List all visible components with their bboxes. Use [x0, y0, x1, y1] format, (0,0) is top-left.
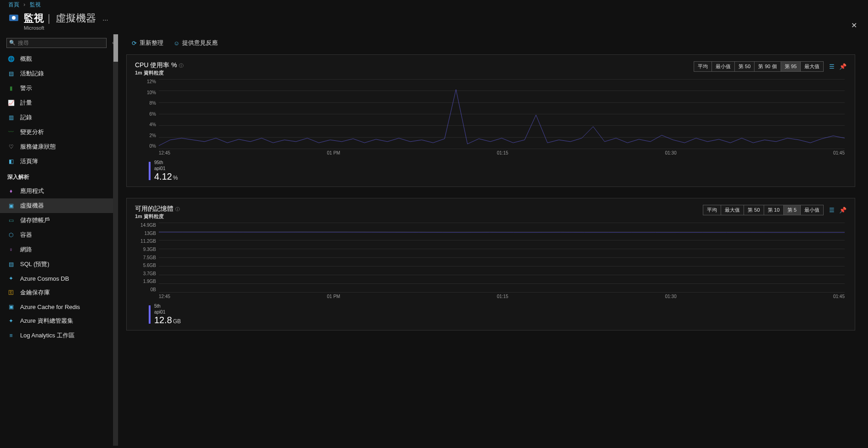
nav-icon: ▤ [7, 70, 15, 77]
refresh-label: 重新整理 [140, 39, 163, 47]
pin-icon[interactable]: 📌 [839, 63, 846, 70]
agg-btn-第 95[interactable]: 第 95 [781, 61, 801, 72]
sidebar-item-應用程式[interactable]: ♦應用程式 [0, 184, 113, 198]
refresh-button[interactable]: ⟳ 重新整理 [132, 39, 163, 47]
sidebar-item-label: 虛擬機器 [20, 202, 44, 210]
nav-icon: ▥ [7, 114, 15, 121]
breadcrumb-home[interactable]: 首頁 [8, 1, 19, 8]
nav-icon: ◧ [7, 158, 15, 165]
breadcrumb-current[interactable]: 監視 [30, 1, 41, 8]
chart-granularity-cpu: 1m 資料粒度 [135, 69, 183, 76]
toolbar: ⟳ 重新整理 ☺ 提供意見反應 [113, 34, 868, 52]
series-name-cpu: api01 [154, 166, 165, 171]
feedback-label: 提供意見反應 [182, 39, 218, 47]
x-tick: 01:30 [665, 150, 676, 157]
sidebar-item-虛擬機器[interactable]: ▣虛擬機器 [0, 198, 113, 213]
sidebar-item-Azure Cosmos DB[interactable]: ✦Azure Cosmos DB [0, 272, 113, 285]
sidebar-item-label: 計量 [20, 99, 32, 107]
agg-btn-平均[interactable]: 平均 [694, 61, 712, 72]
sidebar-item-金鑰保存庫[interactable]: ⚿金鑰保存庫 [0, 285, 113, 300]
page-title-divider: | [48, 12, 50, 24]
scrollbar-track[interactable] [113, 34, 118, 446]
chart-title-mem: 可用的記憶體ⓘ [135, 205, 180, 213]
agg-btn-第 10[interactable]: 第 10 [764, 205, 784, 215]
agg-btn-第 50[interactable]: 第 50 [744, 205, 764, 215]
series-unit-cpu: % [173, 175, 178, 181]
x-tick: 12:45 [159, 294, 170, 300]
sidebar-item-SQL (預覽)[interactable]: ▤SQL (預覽) [0, 257, 113, 272]
y-tick: 1.9GB [135, 279, 156, 284]
sidebar-item-label: 儲存體帳戶 [20, 216, 50, 224]
agg-btn-第 5[interactable]: 第 5 [783, 205, 801, 215]
chart-panel-cpu: CPU 使用率 %ⓘ 1m 資料粒度 平均最小值第 50第 90 個第 95最大… [126, 54, 855, 187]
nav-icon: ✦ [7, 275, 15, 282]
agg-btn-第 50[interactable]: 第 50 [734, 61, 755, 72]
sidebar-item-Azure Cache for Redis[interactable]: ▣Azure Cache for Redis [0, 300, 113, 314]
nav-icon: ≡ [7, 332, 15, 339]
sidebar-item-Azure 資料總管叢集[interactable]: ✦Azure 資料總管叢集 [0, 314, 113, 328]
gridline [159, 292, 845, 293]
info-icon[interactable]: ⓘ [175, 207, 180, 212]
sidebar-item-變更分析[interactable]: 〰變更分析 [0, 125, 113, 139]
sidebar-item-活動記錄[interactable]: ▤活動記錄 [0, 66, 113, 81]
agg-btn-最小值[interactable]: 最小值 [800, 205, 824, 215]
sidebar-item-活頁簿[interactable]: ◧活頁簿 [0, 154, 113, 169]
sidebar-item-服務健康狀態[interactable]: ♡服務健康狀態 [0, 139, 113, 154]
more-menu[interactable]: … [102, 15, 108, 22]
sidebar: 🔍 « 🌐概觀▤活動記錄▮警示📈計量▥記錄〰變更分析♡服務健康狀態◧活頁簿深入解… [0, 34, 113, 446]
y-tick: 3.7GB [135, 271, 156, 276]
nav-icon: ▣ [7, 202, 15, 209]
chart-legend-cpu: 95th api01 4.12% [135, 160, 846, 182]
sidebar-item-網路[interactable]: ♀網路 [0, 242, 113, 257]
feedback-icon: ☺ [173, 40, 179, 47]
list-view-icon[interactable]: ☰ [829, 207, 835, 213]
y-tick: 2% [135, 133, 156, 138]
sidebar-item-label: 活動記錄 [20, 69, 44, 78]
agg-btn-第 90 個[interactable]: 第 90 個 [754, 61, 781, 72]
sidebar-nav: 🌐概觀▤活動記錄▮警示📈計量▥記錄〰變更分析♡服務健康狀態◧活頁簿深入解析♦應用… [0, 52, 113, 446]
scrollbar-thumb[interactable] [113, 34, 118, 62]
sidebar-item-label: Log Analytics 工作區 [20, 331, 75, 340]
monitor-icon [8, 13, 19, 24]
nav-icon: ⚿ [7, 289, 15, 296]
y-tick: 11.2GB [135, 239, 156, 244]
agg-btn-平均[interactable]: 平均 [703, 205, 721, 215]
list-view-icon[interactable]: ☰ [829, 63, 835, 70]
y-tick: 12% [135, 79, 156, 84]
chart-granularity-mem: 1m 資料粒度 [135, 213, 180, 220]
series-color-mem [149, 305, 151, 324]
sidebar-item-概觀[interactable]: 🌐概觀 [0, 52, 113, 66]
x-tick: 01:15 [497, 294, 508, 300]
breadcrumb-sep: › [23, 1, 25, 8]
sidebar-item-label: 概觀 [20, 55, 32, 63]
svg-point-1 [12, 16, 16, 20]
agg-buttons-mem: 平均最大值第 50第 10第 5最小值 [703, 205, 824, 215]
series-value-cpu: 4.12 [154, 171, 172, 181]
nav-icon: ▭ [7, 217, 15, 224]
agg-btn-最小值[interactable]: 最小值 [712, 61, 735, 72]
search-input[interactable] [6, 38, 107, 48]
sidebar-item-label: 活頁簿 [20, 157, 38, 165]
feedback-button[interactable]: ☺ 提供意見反應 [173, 39, 218, 47]
sidebar-item-記錄[interactable]: ▥記錄 [0, 110, 113, 125]
agg-btn-最大值[interactable]: 最大值 [721, 205, 744, 215]
y-tick: 14.9GB [135, 223, 156, 228]
sidebar-item-Log Analytics 工作區[interactable]: ≡Log Analytics 工作區 [0, 328, 113, 343]
search-icon: 🔍 [9, 40, 16, 46]
y-tick: 9.3GB [135, 247, 156, 252]
sidebar-item-警示[interactable]: ▮警示 [0, 81, 113, 96]
sidebar-item-label: 變更分析 [20, 128, 44, 136]
y-tick: 13GB [135, 231, 156, 236]
content-area: ⟳ 重新整理 ☺ 提供意見反應 CPU 使用率 %ⓘ 1m 資料粒度 平均最小值… [113, 34, 868, 446]
close-button[interactable]: ✕ [851, 21, 857, 30]
pin-icon[interactable]: 📌 [839, 207, 846, 213]
nav-icon: ♡ [7, 143, 15, 150]
info-icon[interactable]: ⓘ [179, 63, 183, 68]
x-tick: 01:45 [833, 150, 845, 157]
sidebar-item-計量[interactable]: 📈計量 [0, 96, 113, 110]
agg-btn-最大值[interactable]: 最大值 [800, 61, 824, 72]
sidebar-item-容器[interactable]: ⬡容器 [0, 228, 113, 242]
nav-icon: ▤ [7, 261, 15, 268]
series-name-mem: api01 [154, 309, 165, 315]
sidebar-item-儲存體帳戶[interactable]: ▭儲存體帳戶 [0, 213, 113, 228]
